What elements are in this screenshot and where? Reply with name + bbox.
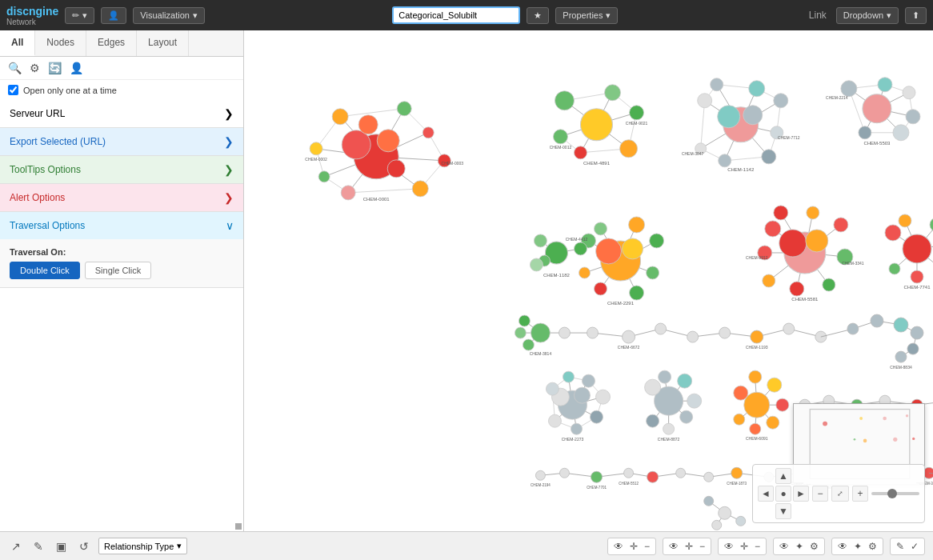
logo-text: discngine — [6, 5, 58, 18]
pencil-icon-bottom[interactable]: ✎ — [894, 540, 907, 553]
svg-point-99 — [903, 86, 915, 99]
svg-point-74 — [711, 78, 723, 91]
eye-icon-4[interactable]: 👁 — [777, 540, 791, 553]
svg-point-28 — [358, 115, 378, 134]
accordion-tooltips-header[interactable]: ToolTips Options ❯ — [0, 156, 243, 183]
properties-button[interactable]: Properties ▾ — [555, 7, 618, 24]
expand-icon[interactable]: ↗ — [8, 538, 24, 554]
minus-icon-3[interactable]: − — [752, 540, 763, 553]
center-button[interactable]: ● — [775, 486, 791, 502]
eye-icon-5[interactable]: 👁 — [835, 540, 850, 553]
svg-point-434 — [823, 422, 827, 426]
open-one-checkbox[interactable] — [8, 85, 18, 95]
pencil-icon[interactable]: ✎ — [30, 538, 46, 554]
chevron-right-icon: ❯ — [224, 107, 234, 120]
svg-text:CHEM-5512: CHEM-5512 — [619, 482, 639, 486]
eye-icon-2[interactable]: 👁 — [667, 540, 681, 553]
dropdown-button[interactable]: Dropdown ▾ — [836, 7, 899, 24]
svg-point-21 — [310, 142, 322, 155]
user-add-icon[interactable]: 👤 — [70, 62, 83, 74]
svg-point-302 — [571, 423, 582, 434]
svg-point-333 — [767, 416, 779, 429]
svg-point-428 — [719, 506, 731, 519]
gear-icon-5[interactable]: ⚙ — [866, 540, 879, 553]
export-button[interactable]: ⬆ — [905, 7, 927, 24]
zoom-slider[interactable] — [871, 492, 919, 495]
star-button[interactable]: ★ — [527, 7, 549, 24]
svg-point-315 — [678, 374, 692, 388]
svg-text:CHEM-2214: CHEM-2214 — [826, 95, 848, 100]
svg-point-298 — [563, 371, 574, 382]
svg-point-174 — [807, 206, 819, 219]
svg-point-102 — [859, 126, 871, 139]
svg-point-386 — [704, 472, 714, 482]
square-icon[interactable]: ▣ — [53, 538, 70, 554]
minus-icon-2[interactable]: − — [697, 540, 707, 553]
svg-point-380 — [535, 470, 545, 480]
edit-button[interactable]: ✏ ▾ — [65, 7, 94, 24]
check-icon-bottom[interactable]: ✓ — [908, 540, 921, 553]
single-click-button[interactable]: Single Click — [85, 262, 151, 279]
accordion-alert-header[interactable]: Alert Options ❯ — [0, 184, 243, 211]
svg-point-256 — [847, 323, 859, 334]
svg-point-170 — [779, 230, 807, 257]
crosshair-icon-1[interactable]: ✛ — [627, 540, 640, 553]
eye-icon-1[interactable]: 👁 — [611, 540, 626, 553]
crosshair-icon-3[interactable]: ✛ — [738, 540, 751, 553]
fit-button[interactable]: ⤢ — [831, 486, 849, 502]
crosshair-icon-2[interactable]: ✛ — [683, 540, 695, 553]
svg-point-296 — [574, 387, 590, 403]
refresh-icon-bottom[interactable]: ↺ — [76, 538, 92, 554]
accordion-traversal-label: Traversal Options — [10, 220, 85, 231]
star-icon-5[interactable]: ✦ — [851, 540, 864, 553]
accordion-alert-label: Alert Options — [10, 192, 65, 203]
sidebar-tabs: All Nodes Edges Layout — [0, 30, 243, 57]
svg-text:CHEM-3341: CHEM-3341 — [842, 261, 864, 266]
search-input[interactable] — [392, 6, 520, 24]
pan-up-button[interactable]: ▲ — [775, 468, 791, 484]
svg-text:CHEM-0003: CHEM-0003 — [442, 161, 464, 166]
visualization-button[interactable]: Visualization ▾ — [133, 7, 205, 24]
minus-icon-1[interactable]: − — [642, 540, 652, 553]
pan-down-button[interactable]: ▼ — [775, 503, 791, 519]
svg-point-241 — [559, 327, 570, 338]
zoom-in-button[interactable]: + — [852, 486, 868, 502]
gear-icon-4[interactable]: ⚙ — [807, 540, 821, 553]
svg-point-387 — [731, 467, 743, 478]
accordion-export-url-header[interactable]: Export Selected (URL) ❯ — [0, 128, 243, 155]
svg-point-49 — [574, 146, 587, 159]
tab-all[interactable]: All — [0, 30, 35, 56]
tab-nodes[interactable]: Nodes — [35, 30, 86, 56]
svg-text:CHEM-8834: CHEM-8834 — [890, 365, 912, 370]
svg-text:CHEM-9021: CHEM-9021 — [626, 121, 648, 126]
svg-text:CHEM-1193: CHEM-1193 — [746, 345, 768, 350]
double-click-button[interactable]: Double Click — [10, 262, 80, 279]
relationship-type-select[interactable]: Relationship Type ▾ — [98, 538, 187, 554]
svg-point-175 — [834, 218, 848, 232]
refresh-icon[interactable]: 🔄 — [48, 62, 62, 74]
svg-text:CHEM-4891: CHEM-4891 — [583, 161, 611, 166]
accordion-serveur-url-header[interactable]: Serveur URL ❯ — [0, 100, 243, 127]
zoom-out-button[interactable]: − — [812, 486, 828, 502]
svg-point-237 — [531, 323, 550, 342]
svg-point-382 — [591, 471, 603, 482]
search-icon[interactable]: 🔍 — [8, 62, 22, 74]
eye-icon-3[interactable]: 👁 — [722, 540, 736, 553]
canvas-area[interactable]: CHEM-0001 CHEM-0002 CHEM-0003 — [244, 30, 933, 531]
svg-point-384 — [647, 471, 659, 482]
svg-point-44 — [580, 109, 612, 141]
link-button[interactable]: Link — [806, 10, 830, 21]
tab-edges[interactable]: Edges — [86, 30, 137, 56]
pan-right-button[interactable]: ► — [793, 486, 809, 502]
tab-layout[interactable]: Layout — [137, 30, 189, 56]
star-icon-4[interactable]: ✦ — [793, 540, 806, 553]
svg-point-247 — [751, 330, 763, 343]
dropdown-label: Dropdown — [843, 10, 883, 20]
pan-left-button[interactable]: ◄ — [758, 486, 774, 502]
resize-handle[interactable] — [235, 523, 242, 530]
accordion-traversal-header[interactable]: Traversal Options ∨ — [0, 212, 243, 239]
user-button[interactable]: 👤 — [101, 7, 126, 24]
svg-point-191 — [903, 234, 931, 263]
settings-icon[interactable]: ⚙ — [30, 62, 40, 74]
svg-point-26 — [341, 186, 355, 200]
